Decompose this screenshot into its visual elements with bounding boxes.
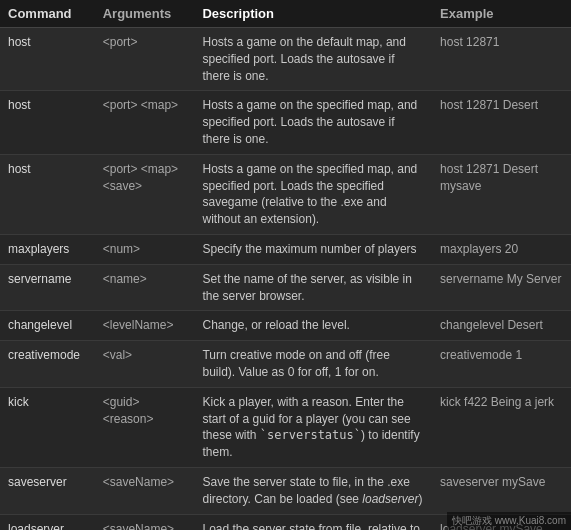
cell-description: Load the server state from file, relativ…	[194, 514, 432, 530]
watermark-url: www.Kuai8.com	[495, 515, 566, 526]
header-command: Command	[0, 0, 95, 28]
cell-arguments: <port> <map>	[95, 91, 195, 154]
table-header-row: Command Arguments Description Example	[0, 0, 571, 28]
cell-description: Set the name of the server, as visible i…	[194, 264, 432, 311]
cell-description: Specify the maximum number of players	[194, 234, 432, 264]
table-row: changelevel<levelName>Change, or reload …	[0, 311, 571, 341]
cell-arguments: <saveName>	[95, 467, 195, 514]
cell-command: loadserver	[0, 514, 95, 530]
cell-command: host	[0, 154, 95, 234]
cell-example: servername My Server	[432, 264, 571, 311]
cell-example: maxplayers 20	[432, 234, 571, 264]
table-row: creativemode<val>Turn creative mode on a…	[0, 341, 571, 388]
cell-description: Hosts a game on the specified map, and s…	[194, 154, 432, 234]
cell-arguments: <levelName>	[95, 311, 195, 341]
cell-example: kick f422 Being a jerk	[432, 387, 571, 467]
table-row: host<port> <map>Hosts a game on the spec…	[0, 91, 571, 154]
commands-table: Command Arguments Description Example ho…	[0, 0, 571, 530]
header-description: Description	[194, 0, 432, 28]
cell-example: changelevel Desert	[432, 311, 571, 341]
cell-arguments: <name>	[95, 264, 195, 311]
cell-arguments: <saveName>	[95, 514, 195, 530]
cell-command: saveserver	[0, 467, 95, 514]
cell-description: Turn creative mode on and off (free buil…	[194, 341, 432, 388]
cell-description: Hosts a game on the default map, and spe…	[194, 28, 432, 91]
cell-example: host 12871	[432, 28, 571, 91]
header-example: Example	[432, 0, 571, 28]
cell-arguments: <port> <map> <save>	[95, 154, 195, 234]
cell-description: Save the server state to file, in the .e…	[194, 467, 432, 514]
table-row: servername<name>Set the name of the serv…	[0, 264, 571, 311]
watermark: 快吧游戏 www.Kuai8.com	[447, 512, 571, 530]
cell-description: Kick a player, with a reason. Enter the …	[194, 387, 432, 467]
table-row: host<port> <map> <save>Hosts a game on t…	[0, 154, 571, 234]
cell-description: Hosts a game on the specified map, and s…	[194, 91, 432, 154]
cell-arguments: <guid> <reason>	[95, 387, 195, 467]
table-row: host<port>Hosts a game on the default ma…	[0, 28, 571, 91]
cell-arguments: <val>	[95, 341, 195, 388]
cell-command: creativemode	[0, 341, 95, 388]
cell-command: maxplayers	[0, 234, 95, 264]
header-arguments: Arguments	[95, 0, 195, 28]
cell-command: changelevel	[0, 311, 95, 341]
cell-example: creativemode 1	[432, 341, 571, 388]
cell-command: host	[0, 28, 95, 91]
watermark-logo: 快吧游戏	[452, 515, 492, 526]
cell-command: servername	[0, 264, 95, 311]
table-row: kick<guid> <reason>Kick a player, with a…	[0, 387, 571, 467]
cell-arguments: <port>	[95, 28, 195, 91]
table-row: maxplayers<num>Specify the maximum numbe…	[0, 234, 571, 264]
cell-command: kick	[0, 387, 95, 467]
cell-arguments: <num>	[95, 234, 195, 264]
cell-example: host 12871 Desert	[432, 91, 571, 154]
cell-command: host	[0, 91, 95, 154]
cell-description: Change, or reload the level.	[194, 311, 432, 341]
table-row: saveserver<saveName>Save the server stat…	[0, 467, 571, 514]
cell-example: saveserver mySave	[432, 467, 571, 514]
cell-example: host 12871 Desert mysave	[432, 154, 571, 234]
